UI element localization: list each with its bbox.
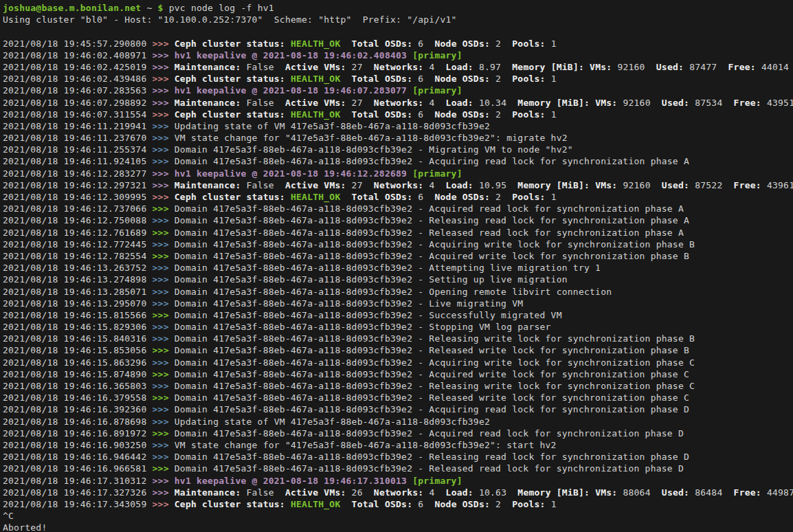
log-level-marker: >>> xyxy=(153,239,175,250)
log-timestamp: 2021/08/18 19:46:16.878698 xyxy=(3,417,153,427)
log-segment: Load: xyxy=(446,98,479,108)
prompt-symbol: $ xyxy=(158,3,164,13)
log-segment: 92160 xyxy=(617,62,656,72)
log-segment: Total OSDs: xyxy=(352,499,418,509)
log-segment: Domain 417e5a3f-88eb-467a-a118-8d093cfb3… xyxy=(175,463,684,474)
log-timestamp: 2021/08/18 19:46:16.379558 xyxy=(3,392,153,403)
log-level-marker: >>> xyxy=(153,499,175,509)
log-segment: 10.63 xyxy=(479,487,517,498)
log-level-marker: >>> xyxy=(153,322,175,332)
log-timestamp: 2021/08/18 19:46:13.274898 xyxy=(3,274,153,285)
log-segment: Used: xyxy=(662,98,695,108)
log-line: 2021/08/18 19:46:16.392360 >>> Domain 41… xyxy=(3,403,793,415)
log-segment: Node OSDs: xyxy=(434,38,495,49)
log-line: 2021/08/18 19:46:13.274898 >>> Domain 41… xyxy=(3,274,793,285)
log-segment: Node OSDs: xyxy=(434,499,495,509)
log-segment: Updating state of VM 417e5a3f-88eb-467a-… xyxy=(175,417,490,427)
log-segment: [primary] xyxy=(412,476,462,486)
log-segment: Networks: xyxy=(374,487,429,498)
log-segment: 27 xyxy=(352,62,374,72)
command-text xyxy=(164,3,169,13)
log-line: 2021/08/18 19:46:15.815566 >>> Domain 41… xyxy=(3,309,793,321)
log-segment: 88064 xyxy=(623,487,661,498)
log-segment: Pools: xyxy=(512,192,550,202)
log-segment: Domain 417e5a3f-88eb-467a-a118-8d093cfb3… xyxy=(175,310,562,320)
log-level-marker: >>> xyxy=(153,274,175,285)
log-segment: Memory [MiB]: xyxy=(517,180,595,190)
log-segment: Total OSDs: xyxy=(352,74,418,84)
log-segment: Updating state of VM 417e5a3f-88eb-467a-… xyxy=(175,121,490,131)
log-timestamp: 2021/08/18 19:46:16.966581 xyxy=(3,463,153,474)
log-line: 2021/08/18 19:46:13.263752 >>> Domain 41… xyxy=(3,262,793,274)
log-segment: Domain 417e5a3f-88eb-467a-a118-8d093cfb3… xyxy=(175,215,689,225)
log-segment: hv1 keepalive @ 2021-08-18 19:46:12.2826… xyxy=(175,168,412,179)
log-segment: 2 xyxy=(495,38,512,49)
log-segment: 2 xyxy=(495,192,512,202)
log-level-marker: >>> xyxy=(153,144,175,155)
prompt-cwd: ~ xyxy=(141,3,157,13)
log-segment: 10.95 xyxy=(479,180,517,190)
log-timestamp: 2021/08/18 19:46:12.750088 xyxy=(3,215,153,225)
log-segment: Domain 417e5a3f-88eb-467a-a118-8d093cfb3… xyxy=(175,156,689,166)
log-timestamp: 2021/08/18 19:46:12.737066 xyxy=(3,203,153,214)
log-segment: Domain 417e5a3f-88eb-467a-a118-8d093cfb3… xyxy=(175,203,684,214)
log-segment: Active VMs: xyxy=(285,180,352,190)
log-segment: Free: xyxy=(734,180,767,190)
log-timestamp: 2021/08/18 19:46:15.829306 xyxy=(3,322,153,332)
log-segment: Used: xyxy=(662,180,695,190)
log-segment: 87534 xyxy=(695,98,733,108)
log-segment: 6 xyxy=(418,499,434,509)
log-segment: Total OSDs: xyxy=(352,192,418,202)
log-level-marker: >>> xyxy=(153,463,175,474)
log-segment: Ceph cluster status: xyxy=(175,109,291,120)
log-line: 2021/08/18 19:46:15.829306 >>> Domain 41… xyxy=(3,321,793,333)
log-segment: hv1 keepalive @ 2021-08-18 19:46:07.2830… xyxy=(175,85,412,96)
log-line: 2021/08/18 19:46:02.439486 >>> Ceph clus… xyxy=(3,73,793,85)
log-segment: 1 xyxy=(551,109,557,120)
log-timestamp: 2021/08/18 19:46:02.439486 xyxy=(3,74,153,84)
log-line: 2021/08/18 19:46:16.365803 >>> Domain 41… xyxy=(3,380,793,392)
log-segment: 10.34 xyxy=(479,98,517,108)
log-segment: 4 xyxy=(429,62,445,72)
log-segment: Load: xyxy=(446,62,479,72)
shell-prompt-line: joshua@base.m.bonilan.net ~ $ pvc node l… xyxy=(3,2,793,14)
log-segment: Ceph cluster status: xyxy=(175,38,291,49)
log-level-marker: >>> xyxy=(153,369,175,379)
log-timestamp: 2021/08/18 19:46:13.263752 xyxy=(3,263,153,273)
log-timestamp: 2021/08/18 19:45:57.290800 xyxy=(3,38,153,49)
log-segment: Domain 417e5a3f-88eb-467a-a118-8d093cfb3… xyxy=(175,322,551,332)
log-timestamp: 2021/08/18 19:46:12.283277 xyxy=(3,168,153,179)
log-line: 2021/08/18 19:46:16.966581 >>> Domain 41… xyxy=(3,463,793,474)
log-timestamp: 2021/08/18 19:46:16.891972 xyxy=(3,428,153,439)
log-segment: 1 xyxy=(551,499,557,509)
log-segment: Maintenance: xyxy=(175,62,247,72)
log-segment: Active VMs: xyxy=(285,487,352,498)
log-timestamp: 2021/08/18 19:46:12.297321 xyxy=(3,180,153,190)
log-timestamp: 2021/08/18 19:46:07.283563 xyxy=(3,85,153,96)
log-timestamp: 2021/08/18 19:46:11.219941 xyxy=(3,121,153,131)
log-output: 2021/08/18 19:45:57.290800 >>> Ceph clus… xyxy=(3,38,793,511)
log-line: 2021/08/18 19:46:12.761689 >>> Domain 41… xyxy=(3,227,793,239)
log-segment: 92160 xyxy=(623,98,661,108)
log-segment: 86484 xyxy=(695,487,733,498)
log-segment: Node OSDs: xyxy=(434,74,495,84)
log-segment: Maintenance: xyxy=(175,98,247,108)
log-segment: 87522 xyxy=(695,180,733,190)
log-line: 2021/08/18 19:46:13.295070 >>> Domain 41… xyxy=(3,298,793,309)
log-segment: Domain 417e5a3f-88eb-467a-a118-8d093cfb3… xyxy=(175,228,684,238)
log-timestamp: 2021/08/18 19:46:12.782554 xyxy=(3,251,153,261)
log-timestamp: 2021/08/18 19:46:15.853056 xyxy=(3,345,153,355)
log-line: 2021/08/18 19:46:02.408971 >>> hv1 keepa… xyxy=(3,49,793,61)
log-line: 2021/08/18 19:46:15.863296 >>> Domain 41… xyxy=(3,357,793,368)
log-segment: HEALTH_OK xyxy=(291,109,341,120)
terminal[interactable]: joshua@base.m.bonilan.net ~ $ pvc node l… xyxy=(0,0,793,532)
log-line: 2021/08/18 19:46:11.237670 >>> VM state … xyxy=(3,132,793,144)
log-segment: Domain 417e5a3f-88eb-467a-a118-8d093cfb3… xyxy=(175,144,573,155)
log-line: 2021/08/18 19:46:16.946442 >>> Domain 41… xyxy=(3,451,793,463)
log-line: 2021/08/18 19:46:12.283277 >>> hv1 keepa… xyxy=(3,168,793,179)
log-level-marker: >>> xyxy=(153,133,175,143)
log-segment: 26 xyxy=(352,487,374,498)
log-segment: Domain 417e5a3f-88eb-467a-a118-8d093cfb3… xyxy=(175,333,695,344)
log-segment: VMs: xyxy=(595,487,623,498)
log-level-marker: >>> xyxy=(153,381,175,391)
